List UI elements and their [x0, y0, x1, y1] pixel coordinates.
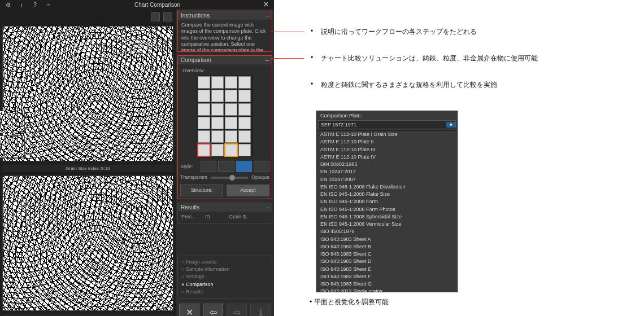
- dropdown-item[interactable]: ISO 4505:1978: [317, 228, 457, 235]
- dropdown-item[interactable]: EN 10247:2017: [317, 168, 457, 175]
- dropdown-item[interactable]: EN ISO 945-1:2008 Form Photos: [317, 206, 457, 213]
- style-option-1[interactable]: [201, 161, 216, 172]
- overview-label: Overview:: [182, 68, 269, 74]
- workflow-step[interactable]: Sample information: [181, 266, 268, 273]
- minimize-icon[interactable]: [44, 0, 53, 9]
- bullet-2: チャート比較ソリューションは、鋳鉄、粒度、非金属介在物に使用可能: [287, 54, 632, 63]
- plate-cell[interactable]: [225, 76, 237, 89]
- bullet-4: 平面と視覚化を調整可能: [310, 297, 389, 307]
- comparison-plate-dropdown: Comparison Plate: SEP 1572:1971 ▾ ASTM E…: [316, 111, 458, 292]
- nav-finish-button[interactable]: ⤓: [250, 304, 271, 316]
- view-grid-icon[interactable]: [163, 12, 172, 21]
- plate-cell[interactable]: [238, 90, 251, 102]
- plate-cell[interactable]: [225, 117, 237, 129]
- reference-image-top[interactable]: [2, 26, 173, 161]
- plate-cell[interactable]: [198, 76, 210, 89]
- dropdown-item[interactable]: ISO 643:1983 Sheet B: [317, 243, 457, 251]
- plate-cell[interactable]: [211, 117, 224, 129]
- plate-cell[interactable]: [238, 144, 251, 156]
- style-option-2[interactable]: [218, 161, 234, 172]
- dropdown-item[interactable]: ASTM E 112-10 Plate II: [317, 138, 457, 146]
- thumbnail-strip: [0, 111, 25, 158]
- plate-cell[interactable]: [198, 117, 210, 129]
- thumbnail[interactable]: [0, 135, 25, 158]
- panel-collapse-icon[interactable]: –: [266, 12, 269, 19]
- plate-cell[interactable]: [238, 117, 251, 129]
- view-single-icon[interactable]: [151, 12, 160, 21]
- style-option-4[interactable]: [254, 161, 269, 172]
- dropdown-item[interactable]: EN ISO 945-1:2008 Vermicular Size: [317, 221, 457, 228]
- plate-cell[interactable]: [198, 130, 210, 143]
- slider-left-label: Transparent: [180, 174, 207, 181]
- workflow-step[interactable]: Settings: [181, 273, 268, 280]
- dropdown-item[interactable]: EN ISO 945-1:2008 Spheroidal Size: [317, 213, 457, 221]
- dropdown-item[interactable]: ISO 643:1983 Sheet F: [317, 273, 457, 280]
- nav-cancel-button[interactable]: ✕: [179, 304, 199, 316]
- plate-cell[interactable]: [211, 144, 224, 156]
- plate-cell-highlight[interactable]: [225, 144, 237, 156]
- slider-thumb[interactable]: [229, 175, 235, 181]
- dropdown-list: ASTM E 112-10 Plate I Grain SizeASTM E 1…: [317, 130, 457, 292]
- nav-bar: ✕ ⇦ ⇨ ⤓: [176, 300, 274, 316]
- dropdown-select[interactable]: SEP 1572:1971 ▾: [318, 120, 456, 129]
- plate-cell[interactable]: [225, 90, 237, 102]
- comparison-header: Comparison: [181, 57, 211, 63]
- plate-cell[interactable]: [238, 130, 251, 143]
- workflow-steps-panel: Image sourceSample informationSettingsCo…: [177, 256, 272, 299]
- comparison-panel: Comparison – Overview:: [177, 55, 272, 199]
- gear-icon[interactable]: [3, 0, 12, 9]
- close-icon[interactable]: [262, 0, 271, 9]
- dropdown-item[interactable]: EN ISO 945-1:2008 Form: [317, 198, 457, 205]
- reference-image-bottom[interactable]: [2, 175, 173, 311]
- instructions-header: Instructions: [181, 12, 210, 19]
- dropdown-item[interactable]: DIN 50602:1985: [317, 161, 457, 168]
- dropdown-item[interactable]: ISO 643:1983 Sheet A: [317, 236, 457, 243]
- workflow-step[interactable]: Results: [181, 288, 268, 296]
- dropdown-item[interactable]: ASTM E 112-10 Plate IV: [317, 153, 457, 161]
- chart-comparison-window: Chart Comparison Grain Size index G:10 G…: [0, 0, 274, 313]
- reference-caption-top: Grain Size index G:10: [2, 165, 173, 172]
- plate-cell[interactable]: [211, 103, 224, 116]
- nav-back-button[interactable]: ⇦: [203, 304, 223, 316]
- plate-cell-selected[interactable]: [198, 144, 210, 156]
- plate-cell[interactable]: [198, 103, 210, 116]
- structure-button[interactable]: Structure:: [180, 185, 223, 196]
- plate-cell[interactable]: [225, 103, 237, 116]
- dropdown-item[interactable]: ISO 643:1983 Sheet G: [317, 280, 457, 288]
- plate-cell[interactable]: [198, 90, 210, 102]
- dropdown-item[interactable]: ISO 643:1983 Sheet C: [317, 251, 457, 258]
- plate-cell[interactable]: [211, 90, 224, 102]
- help-icon[interactable]: [31, 0, 40, 9]
- thumbnail[interactable]: [0, 111, 25, 133]
- info-icon[interactable]: [17, 0, 26, 9]
- window-title: Chart Comparison: [58, 2, 257, 8]
- plate-cell[interactable]: [238, 76, 251, 89]
- panel-collapse-icon[interactable]: –: [266, 57, 269, 63]
- opacity-slider[interactable]: [211, 177, 248, 179]
- workflow-step[interactable]: Comparison: [181, 281, 268, 288]
- panel-collapse-icon[interactable]: –: [266, 204, 269, 210]
- plate-overview-grid: [197, 75, 253, 157]
- plate-cell[interactable]: [211, 76, 224, 89]
- workflow-step[interactable]: Image source: [181, 258, 268, 266]
- dropdown-label: Comparison Plate:: [317, 111, 457, 120]
- titlebar: Chart Comparison: [0, 0, 274, 9]
- dropdown-item[interactable]: EN ISO 945-1:2008 Flake Size: [317, 191, 457, 198]
- dropdown-item[interactable]: ISO 643:1983 Sheet E: [317, 266, 457, 273]
- instructions-panel: Instructions – Compare the current image…: [177, 11, 272, 52]
- dropdown-item[interactable]: EN 10247:2007: [317, 176, 457, 183]
- dropdown-item[interactable]: EN ISO 945-1:2008 Flake Distribution: [317, 183, 457, 191]
- dropdown-item[interactable]: ISO 643:2012 Single grains: [317, 288, 457, 292]
- instructions-text: Compare the current image with images of…: [178, 20, 272, 51]
- chevron-down-icon[interactable]: ▾: [446, 122, 455, 128]
- accept-button[interactable]: Accept: [227, 185, 269, 196]
- dropdown-item[interactable]: ISO 643:1983 Sheet D: [317, 258, 457, 265]
- nav-next-button[interactable]: ⇨: [227, 304, 247, 316]
- dropdown-item[interactable]: ASTM E 112-10 Plate III: [317, 146, 457, 153]
- plate-cell[interactable]: [211, 130, 224, 143]
- plate-cell[interactable]: [225, 130, 237, 143]
- plate-cell[interactable]: [238, 103, 251, 116]
- style-option-3[interactable]: [236, 161, 252, 172]
- dropdown-item[interactable]: ASTM E 112-10 Plate I Grain Size: [317, 131, 457, 138]
- description-bullets: 説明に沿ってワークフローの各ステップをたどれる チャート比較ソリューションは、鋳…: [287, 27, 632, 107]
